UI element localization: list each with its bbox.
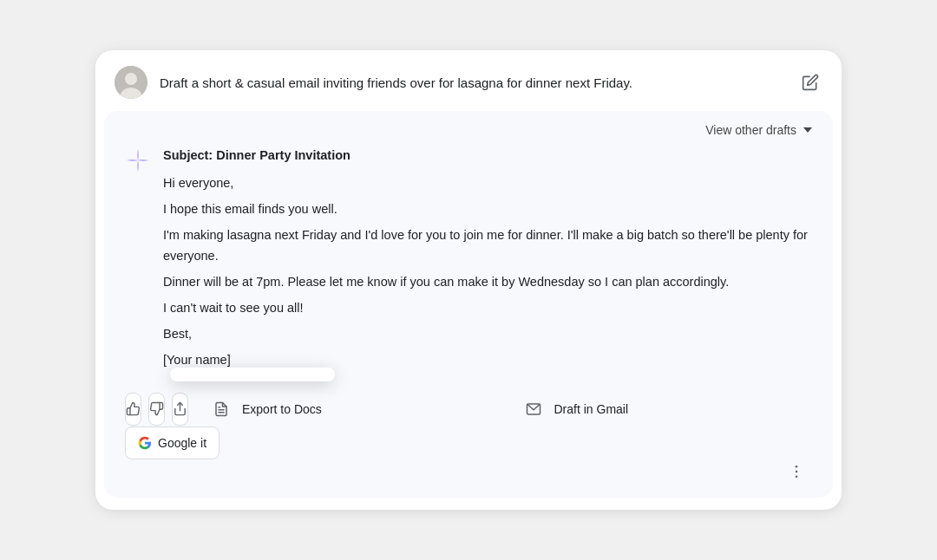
- svg-point-8: [796, 470, 798, 472]
- email-line-3: I'm making lasagna next Friday and I'd l…: [163, 225, 812, 267]
- thumbs-down-button[interactable]: [148, 393, 165, 426]
- google-it-label: Google it: [158, 436, 206, 450]
- google-it-button[interactable]: Google it: [125, 427, 220, 459]
- main-card: Draft a short & casual email inviting fr…: [95, 50, 842, 509]
- export-to-docs-label: Export to Docs: [242, 402, 322, 416]
- svg-point-1: [125, 73, 137, 85]
- drafts-row: View other drafts: [125, 123, 812, 146]
- more-options-button[interactable]: [781, 459, 812, 484]
- action-bar: Export to Docs Draft in Gmail: [125, 392, 812, 427]
- view-drafts-button[interactable]: View other drafts: [705, 123, 812, 137]
- email-line-1: Hi everyone,: [163, 173, 812, 194]
- prompt-text: Draft a short & casual email inviting fr…: [160, 74, 786, 92]
- email-content-row: Subject: Dinner Party Invitation Hi ever…: [125, 146, 812, 375]
- gmail-icon: [525, 400, 542, 418]
- export-dropdown: [170, 368, 335, 381]
- prompt-row: Draft a short & casual email inviting fr…: [95, 50, 842, 111]
- email-line-2: I hope this email finds you well.: [163, 199, 812, 220]
- edit-button[interactable]: [798, 70, 822, 94]
- thumbs-up-icon: [126, 401, 141, 416]
- email-line-6: Best,: [163, 324, 812, 345]
- view-drafts-label: View other drafts: [705, 123, 796, 137]
- thumbs-down-icon: [149, 401, 164, 416]
- edit-icon: [802, 74, 819, 91]
- email-body: Subject: Dinner Party Invitation Hi ever…: [163, 146, 812, 375]
- response-card: View other drafts: [104, 111, 833, 497]
- chevron-down-icon: [803, 127, 812, 133]
- export-to-docs-button[interactable]: Export to Docs: [195, 392, 501, 427]
- share-icon: [173, 401, 187, 416]
- draft-in-gmail-label: Draft in Gmail: [554, 402, 629, 416]
- email-line-5: I can't wait to see you all!: [163, 298, 812, 319]
- gemini-icon: [125, 147, 151, 173]
- svg-point-9: [796, 475, 798, 478]
- google-g-icon: [138, 436, 152, 450]
- draft-in-gmail-button[interactable]: Draft in Gmail: [508, 392, 813, 427]
- email-subject: Subject: Dinner Party Invitation: [163, 146, 812, 166]
- more-vertical-icon: [788, 463, 805, 480]
- thumbs-up-button[interactable]: [125, 393, 141, 426]
- docs-icon: [213, 400, 230, 418]
- email-line-4: Dinner will be at 7pm. Please let me kno…: [163, 272, 812, 293]
- avatar: [115, 66, 147, 99]
- svg-point-7: [796, 466, 798, 468]
- share-button[interactable]: [172, 393, 188, 426]
